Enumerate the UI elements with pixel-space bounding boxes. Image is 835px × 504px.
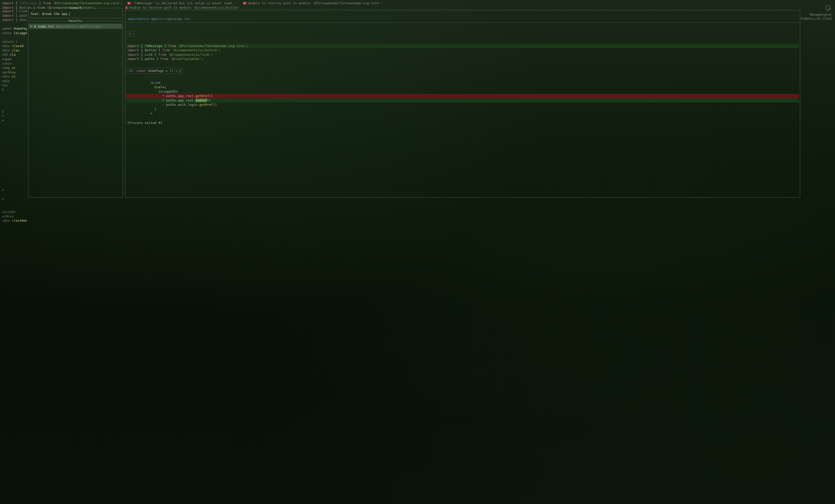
background-code-line: [2, 127, 27, 131]
background-code-line: import { paths: [2, 14, 27, 18]
background-code-line: <: [2, 197, 27, 201]
results-filepath: apps/nextjs-app/src/app: [56, 24, 101, 28]
background-code-line: [2, 131, 27, 135]
diff-removed-line: ? paths.app.root.getHref(): [126, 94, 799, 98]
svg-point-1: [829, 8, 831, 10]
preview-panel: apps/nextjs-app/src/app/page.tsx 1: impo…: [125, 10, 800, 197]
background-code-line: [2, 22, 27, 27]
background-code-line: <h2 cla: [2, 52, 27, 57]
background-code-line: const isLogge: [2, 31, 27, 35]
background-code-line: [2, 179, 27, 184]
background-code-line: [2, 201, 27, 206]
background-code-line: [2, 170, 27, 175]
manageengine-icon: [824, 5, 832, 12]
background-code-line: >: [2, 114, 27, 118]
background-code-line: [2, 144, 27, 149]
background-code-line: >: [2, 188, 27, 192]
results-filename: page.tsx: [38, 24, 54, 28]
watermark: ManageEngine Endpoin…ral Cloud: [801, 5, 832, 21]
background-editor[interactable]: import { Link }import { pathsimport { ch…: [2, 9, 27, 504]
code-line: href={: [126, 85, 799, 89]
background-code-line: [2, 184, 27, 188]
hunk-header-1: 1:: [127, 31, 134, 37]
commit-panel: Commit feat: Break the app.: [28, 8, 123, 18]
background-code-line: </Link>: [2, 210, 27, 214]
background-code-line: import { checkL: [2, 18, 27, 22]
results-item[interactable]: > ● page.tsx apps/nextjs-app/src/app: [29, 24, 122, 29]
code-line: : paths.auth.login.getHref(): [126, 103, 799, 107]
process-exit-message: [Process exited 0]: [126, 116, 799, 126]
results-icon: ●: [34, 24, 36, 28]
background-code-line: <: [2, 118, 27, 123]
background-code-line: [2, 135, 27, 140]
background-code-line: <div classN: [2, 44, 27, 48]
diag-error-text: Unable to resolve path to module '@/comp…: [129, 5, 242, 10]
results-panel-title: Results: [28, 19, 122, 23]
hint-marker-icon: [128, 2, 131, 4]
commit-panel-title: Commit: [28, 6, 122, 10]
background-code-line: [2, 96, 27, 101]
background-code-line: </h2>: [2, 61, 27, 66]
background-code-line: [2, 153, 27, 158]
background-code-line: <div: [2, 79, 27, 83]
background-code-line: [2, 101, 27, 105]
background-code-line: [2, 158, 27, 162]
code-line: }: [126, 107, 799, 111]
hunk-header-2: 20: const HomePage = () ⇒ {: [127, 68, 183, 74]
watermark-line2: Endpoin…ral Cloud: [801, 17, 832, 21]
background-code-line: <span: [2, 57, 27, 61]
error-marker-icon: [243, 2, 246, 4]
background-code-line: <img sr: [2, 66, 27, 70]
preview-header: apps/nextjs-app/src/app/page.tsx: [126, 15, 799, 23]
background-code-line: const HomePage: [2, 26, 27, 31]
background-code-line: [2, 92, 27, 96]
background-code-line: [2, 140, 27, 144]
preview-breadcrumb[interactable]: apps/nextjs-app/src/app/page.tsx: [128, 17, 190, 21]
code-line: import { Button } from '@/components/ui/…: [126, 48, 799, 52]
code-line: import { paths } from '@/config/paths';: [126, 57, 799, 61]
preview-body[interactable]: 1: import { faMessage } from '@fortaweso…: [125, 23, 800, 127]
background-code-line: <div clas: [2, 48, 27, 53]
watermark-line1: ManageEngine: [801, 13, 832, 17]
background-code-line: [2, 149, 27, 153]
background-code-line: [2, 162, 27, 166]
background-code-line: <p>Show: [2, 70, 27, 75]
diff-added-line: import { faMessage } from '@fortawesome/…: [126, 44, 799, 48]
background-code-line: }: [2, 109, 27, 114]
background-code-line: import { Link }: [2, 9, 27, 14]
background-code-line: <Li: [2, 83, 27, 88]
code-line: import { Link } from '@/components/ui/li…: [126, 52, 799, 57]
results-prompt: >: [30, 24, 33, 28]
background-code-line: h: [2, 88, 27, 92]
error-marker-icon: [125, 6, 127, 9]
code-line: <Link: [126, 81, 799, 85]
background-code-line: [2, 206, 27, 210]
background-code-line: return (: [2, 40, 27, 44]
background-code-line: [2, 122, 27, 127]
diff-added-line: ? paths.app.root.etHref(): [126, 98, 799, 103]
results-panel: Results > ● page.tsx apps/nextjs-app/src…: [28, 21, 123, 197]
background-code-line: [2, 166, 27, 171]
background-code-line: [2, 105, 27, 109]
commit-message-input[interactable]: feat: Break the app.: [28, 10, 122, 18]
background-code-line: [2, 175, 27, 180]
code-line: isLoggedIn: [126, 89, 799, 94]
background-code-line: </div>: [2, 214, 27, 219]
background-code-line: <div cl: [2, 75, 27, 79]
background-code-line: [2, 192, 27, 197]
diag-error-1: Unable to resolve path to module '@/comp…: [125, 5, 242, 10]
background-code-line: [2, 35, 27, 40]
background-code-line: <div className="ml-2 inline-flex">: [2, 218, 27, 223]
code-line: >: [126, 111, 799, 116]
